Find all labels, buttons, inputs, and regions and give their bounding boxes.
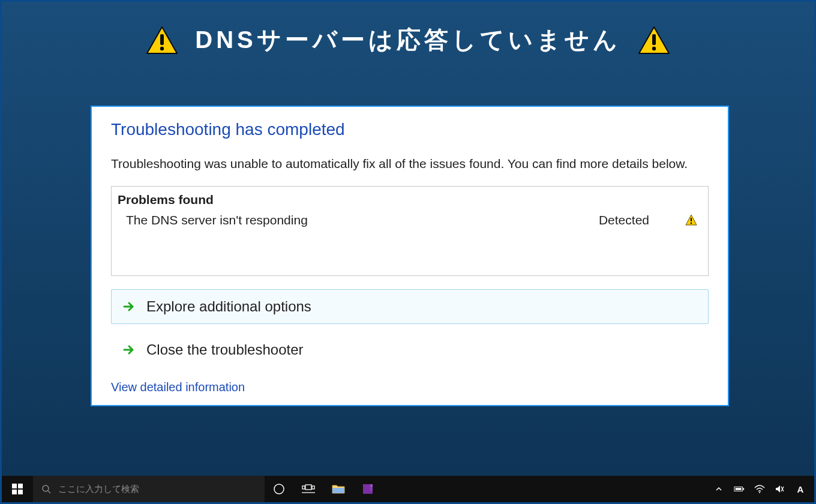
taskbar: ここに入力して検索 bbox=[2, 476, 814, 502]
warning-icon bbox=[146, 26, 178, 55]
svg-rect-1 bbox=[160, 34, 164, 45]
svg-rect-7 bbox=[691, 218, 692, 221]
troubleshoot-dialog: Troubleshooting has completed Troublesho… bbox=[91, 106, 729, 406]
svg-point-15 bbox=[274, 484, 284, 494]
view-detailed-information-link[interactable]: View detailed information bbox=[111, 380, 245, 394]
volume-icon[interactable] bbox=[775, 484, 785, 494]
battery-icon[interactable] bbox=[734, 484, 745, 494]
problem-row[interactable]: The DNS server isn't responding Detected bbox=[118, 213, 697, 227]
warning-icon bbox=[685, 214, 697, 226]
problems-found-box: Problems found The DNS server isn't resp… bbox=[111, 186, 709, 276]
tray-chevron-up-icon[interactable] bbox=[713, 484, 724, 494]
close-troubleshooter-button[interactable]: Close the troubleshooter bbox=[111, 332, 709, 367]
network-icon[interactable] bbox=[754, 484, 765, 494]
svg-rect-11 bbox=[12, 490, 17, 494]
problems-found-header: Problems found bbox=[118, 193, 697, 207]
svg-point-13 bbox=[43, 485, 49, 491]
search-icon bbox=[41, 484, 51, 494]
svg-point-5 bbox=[652, 46, 656, 50]
svg-rect-18 bbox=[312, 486, 314, 489]
onenote-button[interactable] bbox=[353, 476, 382, 502]
svg-rect-23 bbox=[370, 488, 373, 491]
cortana-button[interactable] bbox=[265, 476, 293, 502]
start-button[interactable] bbox=[2, 476, 33, 502]
svg-point-2 bbox=[160, 46, 164, 50]
banner-title: DNSサーバーは応答していません bbox=[195, 23, 620, 56]
ime-indicator[interactable]: A bbox=[795, 484, 806, 494]
svg-rect-10 bbox=[18, 484, 23, 488]
task-view-button[interactable] bbox=[293, 476, 323, 502]
svg-rect-9 bbox=[12, 484, 17, 488]
svg-point-27 bbox=[759, 492, 760, 493]
svg-line-14 bbox=[48, 491, 50, 493]
arrow-right-icon bbox=[122, 343, 136, 356]
option-label: Close the troubleshooter bbox=[146, 341, 304, 358]
svg-rect-25 bbox=[743, 488, 744, 490]
explore-additional-options-button[interactable]: Explore additional options bbox=[111, 289, 709, 324]
svg-rect-22 bbox=[370, 484, 373, 487]
dialog-title: Troubleshooting has completed bbox=[111, 120, 709, 139]
svg-rect-26 bbox=[736, 488, 742, 490]
svg-rect-20 bbox=[332, 488, 344, 493]
search-placeholder: ここに入力して検索 bbox=[58, 484, 139, 495]
taskbar-search-input[interactable]: ここに入力して検索 bbox=[33, 476, 265, 502]
svg-rect-16 bbox=[305, 485, 311, 490]
warning-icon bbox=[638, 26, 670, 55]
page-banner: DNSサーバーは応答していません bbox=[2, 2, 814, 62]
arrow-right-icon bbox=[122, 300, 136, 313]
svg-rect-4 bbox=[652, 34, 656, 45]
dialog-description: Troubleshooting was unable to automatica… bbox=[111, 155, 709, 173]
svg-point-8 bbox=[691, 223, 692, 224]
system-tray: A bbox=[705, 476, 814, 502]
file-explorer-button[interactable] bbox=[323, 476, 353, 502]
svg-rect-17 bbox=[302, 486, 305, 489]
svg-rect-12 bbox=[18, 490, 23, 494]
problem-status: Detected bbox=[599, 213, 649, 227]
problem-text: The DNS server isn't responding bbox=[126, 213, 599, 227]
option-label: Explore additional options bbox=[146, 298, 311, 315]
